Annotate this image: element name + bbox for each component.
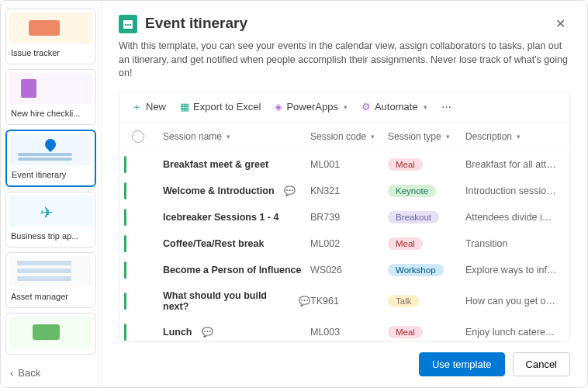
chevron-down-icon: ▾ [227, 133, 230, 140]
type-pill: Workshop [388, 264, 444, 276]
cell-session-name: Icebreaker Sessions 1 - 4 [163, 212, 310, 223]
row-marker [124, 324, 126, 341]
tile-new-hire[interactable]: New hire checkli... [5, 69, 96, 125]
thumbnail-icon [10, 134, 92, 165]
tile-asset-manager[interactable]: Asset manager [5, 252, 96, 308]
cell-session-code: ML003 [310, 327, 388, 338]
comment-icon: 💬 [284, 185, 296, 196]
comment-icon: 💬 [299, 296, 310, 307]
cell-session-name: Become a Person of Influence [163, 265, 310, 275]
table-row[interactable]: What should you build next? 💬TK961TalkHo… [119, 283, 569, 319]
thumbnail-icon [9, 317, 92, 348]
type-pill: Meal [388, 237, 423, 250]
cell-description: Attendees divide into... [465, 212, 557, 223]
table-row[interactable]: Breakfast meet & greetML001MealBreakfast… [119, 151, 569, 178]
column-headers: Session name▾ Session code▾ Session type… [119, 123, 569, 151]
chevron-down-icon: ▾ [371, 133, 375, 140]
table-row[interactable]: Icebreaker Sessions 1 - 4BR739BreakoutAt… [119, 204, 569, 230]
cell-session-code: ML001 [310, 159, 388, 170]
cell-session-type: Breakout [388, 211, 465, 223]
cell-session-code: KN321 [310, 185, 388, 196]
chevron-down-icon: ▾ [424, 103, 427, 111]
cell-session-name: What should you build next? 💬 [163, 290, 310, 312]
row-marker [124, 209, 126, 226]
cell-session-name: Breakfast meet & greet [163, 159, 310, 170]
table-body: Breakfast meet & greetML001MealBreakfast… [119, 151, 569, 341]
cell-description: Explore ways to influe... [465, 265, 557, 275]
col-session-type[interactable]: Session type▾ [388, 131, 465, 142]
more-button[interactable]: ⋯ [441, 101, 451, 113]
type-pill: Meal [388, 158, 423, 171]
type-pill: Talk [388, 295, 419, 307]
powerapps-button[interactable]: ◈PowerApps▾ [275, 101, 347, 113]
cell-session-name: Welcome & Introduction 💬 [163, 185, 310, 196]
close-button[interactable]: ✕ [551, 15, 570, 33]
powerapps-icon: ◈ [275, 101, 282, 113]
thumbnail-icon [9, 73, 92, 104]
svg-rect-2 [125, 24, 126, 26]
cell-session-code: TK961 [310, 296, 388, 307]
comment-icon: 💬 [202, 327, 213, 338]
use-template-button[interactable]: Use template [419, 352, 505, 376]
export-button[interactable]: ▦Export to Excel [180, 101, 261, 113]
cell-session-type: Keynote [388, 185, 465, 197]
cell-description: How can you get over... [465, 296, 557, 307]
col-session-code[interactable]: Session code▾ [310, 131, 388, 142]
tile-label: Business trip ap... [9, 230, 92, 244]
thumbnail-icon [9, 256, 92, 287]
cell-description: Transition [465, 238, 557, 249]
calendar-icon [119, 15, 137, 33]
cell-session-name: Lunch 💬 [163, 327, 310, 338]
svg-rect-1 [123, 20, 133, 23]
select-all[interactable] [132, 130, 144, 143]
cell-session-type: Workshop [388, 264, 465, 276]
svg-rect-4 [130, 24, 131, 26]
cancel-button[interactable]: Cancel [513, 352, 570, 376]
table-row[interactable]: Welcome & Introduction 💬KN321KeynoteIntr… [119, 178, 569, 204]
cell-session-type: Talk [388, 295, 465, 307]
tile-business-trip[interactable]: Business trip ap... [5, 192, 96, 248]
col-session-name[interactable]: Session name▾ [163, 131, 310, 142]
cell-session-code: WS026 [310, 265, 388, 275]
automate-button[interactable]: ⚙Automate▾ [361, 101, 427, 113]
row-marker [124, 156, 126, 173]
type-pill: Breakout [388, 211, 439, 223]
row-marker [124, 235, 126, 252]
type-pill: Keynote [388, 185, 436, 197]
thumbnail-icon [9, 12, 92, 43]
cell-session-code: BR739 [310, 212, 388, 223]
tile-label: Event itinerary [10, 168, 92, 182]
table-row[interactable]: Lunch 💬ML003MealEnjoy lunch catered b... [119, 319, 569, 341]
list-preview: ＋New ▦Export to Excel ◈PowerApps▾ ⚙Autom… [119, 92, 570, 342]
tile-issue-tracker[interactable]: Issue tracker [5, 9, 96, 64]
back-button[interactable]: ‹ Back [5, 359, 96, 386]
cell-description: Enjoy lunch catered b... [465, 327, 557, 338]
page-title: Event itinerary [145, 15, 247, 32]
automate-icon: ⚙ [361, 101, 371, 113]
tile-event-itinerary[interactable]: Event itinerary [5, 130, 96, 187]
tile-more[interactable] [5, 313, 96, 355]
page-description: With this template, you can see your eve… [119, 40, 570, 81]
svg-rect-3 [127, 24, 129, 26]
tile-label: Issue tracker [9, 47, 92, 61]
chevron-down-icon: ▾ [446, 133, 450, 140]
plus-icon: ＋ [132, 100, 142, 114]
cell-session-code: ML002 [310, 238, 388, 249]
table-row[interactable]: Coffee/Tea/Rest breakML002MealTransition [119, 230, 569, 257]
table-row[interactable]: Become a Person of InfluenceWS026Worksho… [119, 257, 569, 283]
row-marker [124, 293, 126, 310]
row-marker [124, 182, 126, 199]
type-pill: Meal [388, 326, 423, 338]
row-marker [124, 262, 126, 279]
cell-session-name: Coffee/Tea/Rest break [163, 238, 310, 249]
new-button[interactable]: ＋New [132, 100, 166, 114]
main-panel: Event itinerary ✕ With this template, yo… [102, 1, 587, 387]
tile-label: Asset manager [9, 290, 92, 304]
cell-description: Breakfast for all atten... [465, 159, 557, 170]
chevron-down-icon: ▾ [344, 103, 348, 111]
col-description[interactable]: Description▾ [465, 131, 557, 142]
chevron-left-icon: ‹ [10, 367, 13, 379]
back-label: Back [18, 367, 40, 379]
thumbnail-icon [9, 196, 92, 227]
cell-session-type: Meal [388, 158, 465, 171]
